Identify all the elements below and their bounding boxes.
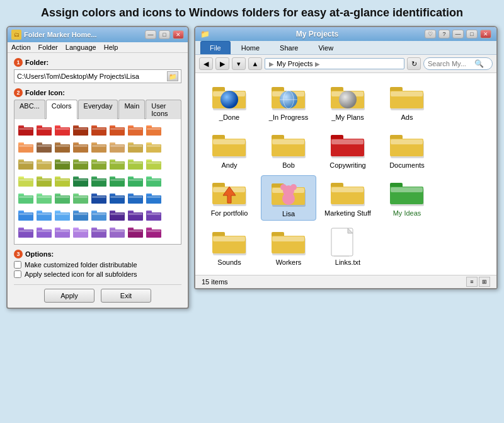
folder-color-cell[interactable] xyxy=(35,122,53,138)
folder-color-cell[interactable] xyxy=(108,241,126,245)
up-button[interactable]: ▲ xyxy=(248,57,262,70)
folder-color-cell[interactable] xyxy=(90,173,108,189)
file-item[interactable]: For portfolio xyxy=(202,175,257,221)
file-item[interactable]: Links.txt xyxy=(320,224,375,269)
exp-minimize-button[interactable]: — xyxy=(452,30,464,38)
folder-color-cell[interactable] xyxy=(54,224,71,240)
exp-help-button[interactable]: ? xyxy=(438,30,450,38)
file-item[interactable]: _Done xyxy=(202,79,257,124)
folder-color-cell[interactable] xyxy=(72,190,89,206)
file-item[interactable]: Ads xyxy=(379,79,435,124)
ribbon-tab-file[interactable]: File xyxy=(200,41,231,54)
file-item[interactable]: Workers xyxy=(261,224,316,269)
file-item[interactable]: _In Progress xyxy=(261,79,316,124)
folder-color-cell[interactable] xyxy=(127,122,144,138)
folder-color-cell[interactable] xyxy=(54,122,71,138)
folder-color-cell[interactable] xyxy=(127,173,144,189)
folder-color-cell[interactable] xyxy=(54,156,71,172)
folder-color-cell[interactable] xyxy=(72,224,89,240)
exp-heart-button[interactable]: ♡ xyxy=(425,30,436,38)
folder-color-cell[interactable] xyxy=(54,207,71,223)
recent-button[interactable]: ▾ xyxy=(232,57,246,70)
folder-color-cell[interactable] xyxy=(72,207,89,223)
exp-close-button[interactable]: ✕ xyxy=(480,30,491,38)
folder-color-cell[interactable] xyxy=(145,156,163,172)
forward-button[interactable]: ▶ xyxy=(215,57,229,70)
folder-color-cell[interactable] xyxy=(108,122,126,138)
folder-color-cell[interactable] xyxy=(108,224,126,240)
folder-color-cell[interactable] xyxy=(35,241,53,245)
menu-folder[interactable]: Folder xyxy=(38,43,58,51)
folder-color-cell[interactable] xyxy=(72,156,89,172)
file-item[interactable]: Sounds xyxy=(202,224,257,269)
folder-color-cell[interactable] xyxy=(127,139,144,155)
folder-color-cell[interactable] xyxy=(108,156,126,172)
folder-color-cell[interactable] xyxy=(35,190,53,206)
folder-color-cell[interactable] xyxy=(127,241,144,245)
search-box[interactable]: 🔍 xyxy=(423,57,493,70)
folder-color-cell[interactable] xyxy=(35,224,53,240)
folder-color-cell[interactable] xyxy=(90,139,108,155)
folder-color-cell[interactable] xyxy=(90,156,108,172)
tab-colors[interactable]: Colors xyxy=(46,100,77,119)
tab-main[interactable]: Main xyxy=(118,100,145,119)
folder-color-cell[interactable] xyxy=(145,139,163,155)
apply-button[interactable]: Apply xyxy=(44,289,94,303)
details-view-button[interactable]: ≡ xyxy=(466,277,478,287)
folder-path-input[interactable] xyxy=(17,72,164,80)
folder-color-cell[interactable] xyxy=(108,139,126,155)
folder-color-cell[interactable] xyxy=(17,156,35,172)
exit-button[interactable]: Exit xyxy=(101,289,151,303)
option2-checkbox[interactable] xyxy=(14,270,21,278)
folder-color-cell[interactable] xyxy=(127,190,144,206)
folder-color-cell[interactable] xyxy=(108,173,126,189)
folder-color-cell[interactable] xyxy=(108,207,126,223)
exp-maximize-button[interactable]: □ xyxy=(466,30,478,38)
folder-color-cell[interactable] xyxy=(145,224,163,240)
folder-color-cell[interactable] xyxy=(54,173,71,189)
file-item[interactable]: Bob xyxy=(261,127,316,171)
folder-color-cell[interactable] xyxy=(145,190,163,206)
file-item[interactable]: Marketing Stuff xyxy=(320,175,375,221)
file-item[interactable]: _My Plans xyxy=(320,79,375,124)
folder-color-cell[interactable] xyxy=(72,139,89,155)
back-button[interactable]: ◀ xyxy=(199,57,213,70)
folder-color-cell[interactable] xyxy=(35,139,53,155)
folder-color-cell[interactable] xyxy=(90,190,108,206)
fm-close-button[interactable]: ✕ xyxy=(173,30,184,39)
search-input[interactable] xyxy=(428,60,472,67)
refresh-button[interactable]: ↻ xyxy=(407,57,421,70)
folder-color-cell[interactable] xyxy=(145,173,163,189)
folder-color-cell[interactable] xyxy=(127,156,144,172)
browse-button[interactable]: 📁 xyxy=(167,71,178,81)
tab-abc[interactable]: ABC... xyxy=(14,100,45,119)
folder-color-cell[interactable] xyxy=(127,207,144,223)
option1-checkbox[interactable] xyxy=(14,261,21,269)
ribbon-tab-share[interactable]: Share xyxy=(270,41,307,54)
folder-color-cell[interactable] xyxy=(17,122,35,138)
folder-color-cell[interactable] xyxy=(90,224,108,240)
menu-action[interactable]: Action xyxy=(11,43,31,51)
ribbon-tab-home[interactable]: Home xyxy=(232,41,269,54)
folder-color-cell[interactable] xyxy=(17,224,35,240)
folder-color-cell[interactable] xyxy=(90,241,108,245)
folder-color-cell[interactable] xyxy=(17,207,35,223)
file-item[interactable]: Lisa xyxy=(261,175,316,221)
folder-color-cell[interactable] xyxy=(54,190,71,206)
folder-color-cell[interactable] xyxy=(35,156,53,172)
menu-help[interactable]: Help xyxy=(104,43,118,51)
folder-color-cell[interactable] xyxy=(90,207,108,223)
address-box[interactable]: ▶ My Projects ▶ xyxy=(265,58,404,69)
folder-color-cell[interactable] xyxy=(17,173,35,189)
tab-user-icons[interactable]: User Icons xyxy=(146,100,181,119)
folder-color-cell[interactable] xyxy=(145,122,163,138)
folder-color-cell[interactable] xyxy=(17,241,35,245)
menu-language[interactable]: Language xyxy=(66,43,96,51)
folder-color-cell[interactable] xyxy=(17,190,35,206)
folder-color-cell[interactable] xyxy=(35,207,53,223)
tab-everyday[interactable]: Everyday xyxy=(78,100,118,119)
large-icon-view-button[interactable]: ⊞ xyxy=(479,277,490,287)
folder-color-cell[interactable] xyxy=(35,173,53,189)
fm-minimize-button[interactable]: — xyxy=(145,30,156,39)
folder-color-cell[interactable] xyxy=(127,224,144,240)
